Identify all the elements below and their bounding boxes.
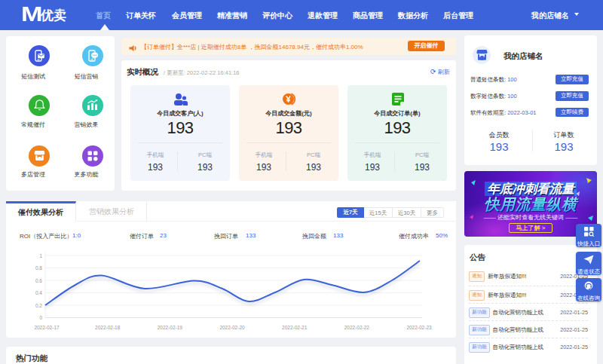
svg-text:2022-02-22: 2022-02-22 [344, 325, 370, 330]
svg-text:2022-02-23: 2022-02-23 [406, 325, 432, 330]
svg-text:0.8: 0.8 [35, 265, 42, 271]
svg-text:2022-02-21: 2022-02-21 [282, 325, 308, 330]
svg-text:1: 1 [39, 253, 42, 258]
svg-text:0.2: 0.2 [35, 303, 42, 308]
svg-text:2022-02-20: 2022-02-20 [219, 325, 245, 330]
svg-text:2022-02-18: 2022-02-18 [95, 325, 121, 330]
svg-text:0.6: 0.6 [35, 278, 42, 283]
svg-text:0: 0 [39, 315, 42, 320]
svg-text:0.4: 0.4 [35, 290, 42, 295]
svg-text:2022-02-17: 2022-02-17 [34, 325, 60, 330]
svg-text:2022-02-19: 2022-02-19 [158, 325, 183, 330]
